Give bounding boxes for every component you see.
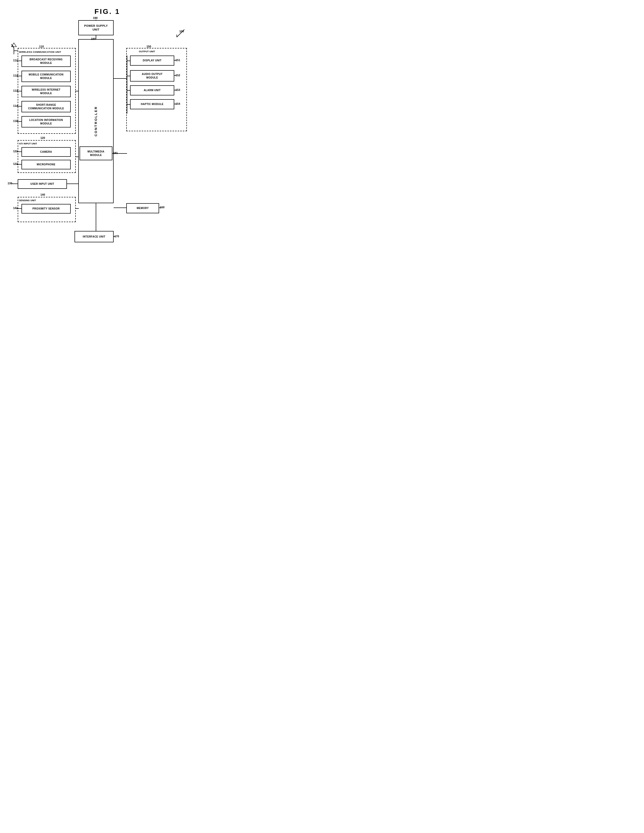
conn-mm-right [113,153,127,154]
mobile-comm-box: MOBILE COMMUNICATION MODULE [21,71,71,82]
conn-to-display [127,61,130,61]
user-input-box: USER INPUT UNIT [18,179,67,189]
conn-wireless-ctrl2 [75,91,79,92]
conn-115 [16,121,22,122]
label-122: 122 [13,162,18,165]
short-range-box: SHORT-RANGE COMMUNICATION MODULE [21,101,71,113]
av-input-label: A/V INPUT UNIT [19,142,37,145]
svg-marker-5 [11,43,16,47]
conn-to-audio [127,76,130,76]
display-box: DISPLAY UNIT [130,56,174,66]
conn-av-ctrl [76,156,79,157]
conn-user-ctrl [67,183,79,184]
conn-111 [16,61,22,61]
conn-sensing-ctrl [76,208,79,209]
conn-190 [96,20,96,21]
label-120: 120 [40,136,45,139]
label-180: 180 [91,37,95,40]
location-box: LOCATION INFORMATION MODULE [21,116,71,127]
conn-130-label [11,183,18,184]
conn-122 [16,164,22,165]
conn-141 [16,208,22,209]
proximity-box: PROXIMITY SENSOR [21,204,71,214]
output-label: OUTPUT UNIT [139,50,155,53]
wireless-internet-box: WIRELESS INTERNET MODULE [21,86,71,97]
broadcast-box: BROADCAST RECEIVING MODULE [21,56,71,67]
label-181: 181 [113,151,118,154]
label-112: 112 [13,74,18,77]
label-113: 113 [13,89,18,92]
label-114: 114 [13,104,18,107]
conn-ctrl-interface [96,203,96,232]
label-111: 111 [13,59,18,62]
label-140: 140 [40,193,45,196]
memory-box: MEMORY [126,203,159,213]
conn-output-v [127,56,127,114]
conn-160 [159,207,161,208]
label-115: 115 [13,119,18,122]
conn-113 [16,91,22,92]
alarm-box: ALARM UNIT [130,85,174,95]
diagram: FIG. 1 100 POWER SUPPLY UNIT 190 CONTROL… [0,0,215,278]
conn-112 [16,76,22,76]
conn-154 [174,104,176,104]
conn-114 [16,106,22,106]
figure-title: FIG. 1 [95,8,120,16]
multimedia-box: MULTIMEDIA MODULE [80,146,113,160]
svg-line-0 [177,29,184,37]
conn-ctrl-output [114,78,127,79]
power-supply-box: POWER SUPPLY UNIT [78,20,114,35]
wireless-comm-label: WIRELESS COMMUNICATION UNIT [19,50,61,53]
label-160: 160 [160,206,164,209]
conn-to-alarm [127,90,130,91]
conn-ps-v [96,35,96,40]
conn-ctrl-memory [114,207,127,208]
audio-output-box: AUDIO OUTPUT MODULE [130,70,174,82]
label-110: 110 [39,45,44,48]
haptic-box: HAPTIC MODULE [130,99,174,109]
label-121: 121 [13,150,18,153]
label-150: 150 [147,45,151,48]
conn-170 [114,236,116,237]
conn-ant-wireless [14,50,18,51]
label-141: 141 [13,206,18,209]
sensing-label: SENSING UNIT [19,199,36,202]
label-190: 190 [93,16,98,19]
controller-box: CONTROLLER [78,39,114,203]
conn-to-haptic [127,104,130,105]
conn-121 [16,151,22,152]
conn-153 [174,90,176,90]
label-130: 130 [8,182,12,185]
interface-box: INTERFACE UNIT [74,231,114,242]
microphone-box: MICROPHONE [21,160,71,169]
conn-152 [174,75,176,76]
camera-box: CAMERA [21,147,71,157]
conn-151 [174,60,176,61]
antenna-icon [10,42,18,54]
